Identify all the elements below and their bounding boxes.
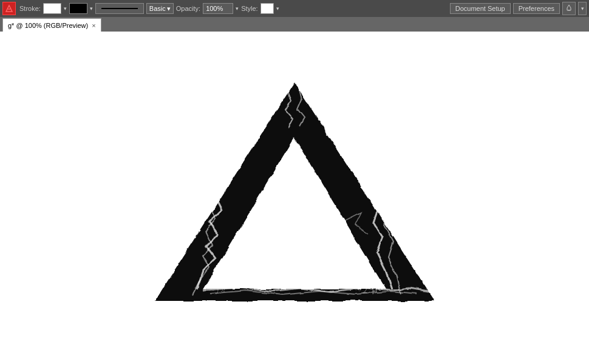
- tab-label: g* @ 100% (RGB/Preview): [8, 22, 88, 29]
- svg-text:ふ ん: ふ ん: [260, 269, 285, 282]
- tabbar: g* @ 100% (RGB/Preview) ×: [0, 17, 589, 32]
- style-swatch[interactable]: [260, 3, 274, 14]
- chevron-down-icon: ▾: [581, 5, 584, 12]
- svg-text:∫∂: ∫∂: [361, 263, 369, 274]
- app-icon[interactable]: [2, 2, 16, 15]
- preferences-button[interactable]: Preferences: [513, 3, 560, 14]
- main-toolbar: Stroke: ▾ ▾ Basic ▾ Opacity: 100% ▾ Styl…: [0, 0, 589, 17]
- artwork-container: ふ ん ∫∂ ≈ ∑ μ ≈ ∫ π: [149, 64, 440, 307]
- document-setup-button[interactable]: Document Setup: [450, 3, 511, 14]
- document-canvas[interactable]: ふ ん ∫∂ ≈ ∑ μ ≈ ∫ π: [0, 32, 589, 364]
- opacity-field[interactable]: 100%: [203, 3, 233, 14]
- opacity-arrow[interactable]: ▾: [236, 5, 239, 12]
- opacity-label: Opacity:: [176, 5, 200, 12]
- tab-close-button[interactable]: ×: [92, 22, 95, 29]
- svg-text:≈ ∫ π: ≈ ∫ π: [209, 285, 225, 294]
- stroke-swatch[interactable]: [69, 3, 87, 14]
- stroke-preview: [95, 3, 144, 14]
- document-tab[interactable]: g* @ 100% (RGB/Preview) ×: [2, 18, 101, 32]
- svg-text:≈ ∑ μ: ≈ ∑ μ: [355, 283, 378, 294]
- artwork-svg: ふ ん ∫∂ ≈ ∑ μ ≈ ∫ π: [149, 64, 440, 307]
- fill-swatch[interactable]: [43, 3, 61, 14]
- fill-swatch-arrow[interactable]: ▾: [64, 5, 67, 12]
- style-label: Style:: [241, 5, 258, 12]
- stroke-line: [101, 8, 138, 9]
- style-swatch-arrow[interactable]: ▾: [276, 5, 279, 12]
- canvas-area: ふ ん ∫∂ ≈ ∑ μ ≈ ∫ π: [0, 32, 589, 364]
- opacity-value: 100%: [206, 5, 223, 12]
- notification-button[interactable]: [562, 2, 576, 15]
- stroke-style-arrow: ▾: [167, 5, 171, 13]
- stroke-label: Stroke:: [19, 5, 41, 12]
- stroke-style-dropdown[interactable]: Basic ▾: [146, 3, 174, 14]
- stroke-swatch-arrow[interactable]: ▾: [90, 5, 93, 12]
- notification-dropdown-arrow[interactable]: ▾: [578, 2, 587, 15]
- stroke-style-label: Basic: [149, 5, 166, 12]
